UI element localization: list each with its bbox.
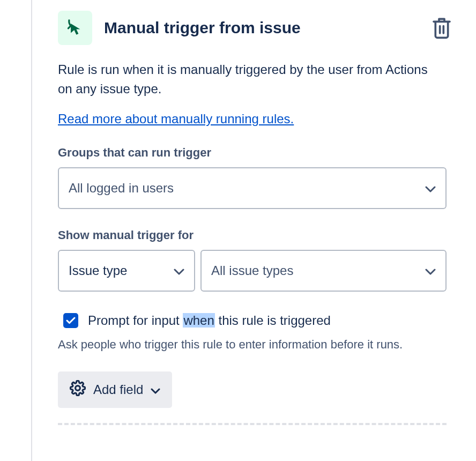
- groups-select[interactable]: All logged in users: [58, 167, 447, 209]
- groups-label: Groups that can run trigger: [58, 146, 455, 160]
- prompt-input-checkbox[interactable]: [63, 313, 78, 328]
- divider: [58, 423, 447, 425]
- chevron-down-icon: [151, 382, 160, 397]
- rule-description: Rule is run when it is manually triggere…: [58, 60, 444, 99]
- highlighted-text: when: [183, 313, 214, 328]
- page-title: Manual trigger from issue: [104, 19, 301, 37]
- read-more-link[interactable]: Read more about manually running rules.: [58, 111, 294, 127]
- chevron-down-icon: [174, 263, 184, 278]
- filter-value-text: All issue types: [211, 263, 293, 278]
- delete-button[interactable]: [429, 14, 455, 42]
- chevron-down-icon: [425, 263, 436, 278]
- filter-type-value: Issue type: [69, 263, 127, 278]
- filter-type-select[interactable]: Issue type: [58, 250, 195, 292]
- manual-trigger-icon: [58, 11, 92, 45]
- filter-value-select[interactable]: All issue types: [200, 250, 447, 292]
- add-field-label: Add field: [93, 382, 143, 397]
- chevron-down-icon: [425, 181, 436, 196]
- add-field-button[interactable]: Add field: [58, 371, 172, 408]
- show-trigger-label: Show manual trigger for: [58, 228, 455, 242]
- prompt-input-label: Prompt for input when this rule is trigg…: [88, 313, 331, 328]
- gear-icon: [70, 380, 86, 399]
- groups-select-value: All logged in users: [69, 181, 174, 196]
- prompt-help-text: Ask people who trigger this rule to ente…: [58, 336, 444, 353]
